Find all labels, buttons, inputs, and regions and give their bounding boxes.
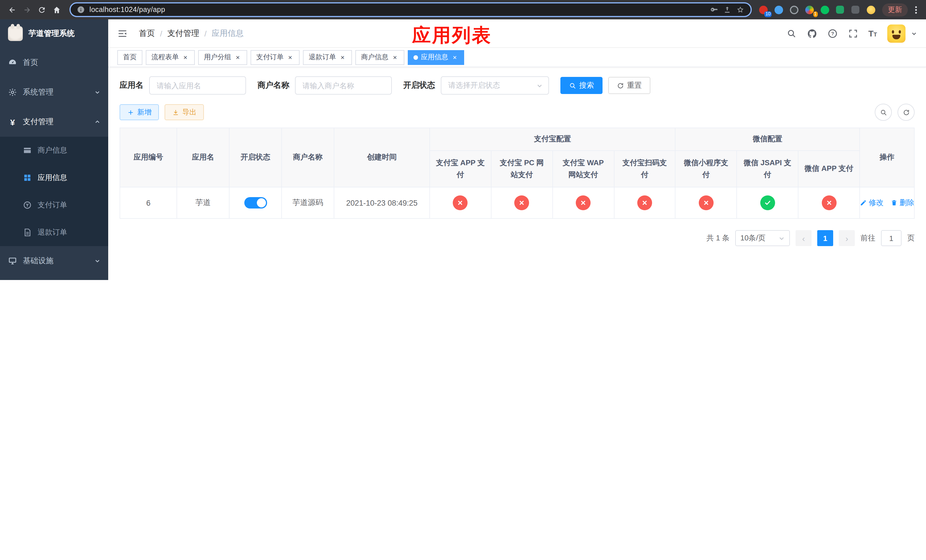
forward-icon[interactable] [20,2,34,17]
export-button[interactable]: 导出 [165,104,204,120]
hamburger-icon[interactable] [117,27,130,39]
tab-merchant-info[interactable]: 商户信息 × [356,50,404,65]
search-button[interactable]: 搜索 [560,77,602,94]
sidebar-item-home[interactable]: 首页 [0,48,108,77]
extension-icon-6[interactable] [834,4,846,15]
url-bar[interactable]: localhost:1024/pay/app [70,2,752,17]
extension-icon-1[interactable]: 10 [757,4,769,15]
next-page-button[interactable]: › [839,230,855,246]
search-icon [569,82,576,89]
alipay-pc-status-error [514,195,530,210]
app-logo-row[interactable]: 芋道管理系统 [0,20,108,48]
url-text[interactable]: localhost:1024/pay/app [89,6,165,14]
breadcrumb-home[interactable]: 首页 [139,28,155,38]
sidebar-item-system[interactable]: 系统管理 [0,77,108,107]
info-icon[interactable] [76,5,85,14]
gear-icon [8,88,17,97]
fullscreen-icon[interactable] [848,28,858,38]
close-icon[interactable]: × [391,53,399,61]
col-status: 开启状态 [229,128,281,187]
sidebar-item-app-info[interactable]: 应用信息 [0,164,108,191]
extension-icon-3[interactable] [788,4,800,15]
close-icon[interactable]: × [286,53,294,61]
check-icon [764,200,771,206]
user-avatar[interactable] [887,24,905,42]
page-content: 应用名 商户名称 开启状态 请选择开启状态 [108,67,926,280]
app-name-input[interactable] [149,76,246,95]
close-icon [703,200,710,206]
search-icon[interactable] [786,28,796,38]
home-icon[interactable] [49,2,64,17]
extension-icon-2[interactable] [773,4,784,15]
col-wx-mini: 微信小程序支付 [675,151,737,187]
delete-button[interactable]: 删除 [890,198,914,208]
add-button[interactable]: 新增 [120,104,159,120]
extension-icon-5[interactable] [819,4,830,15]
browser-update-button[interactable]: 更新 [882,3,908,16]
extension-icon-4[interactable]: 1 [803,4,815,15]
close-icon[interactable]: × [234,53,242,61]
top-navbar: 首页 / 支付管理 / 应用信息 ? [108,20,926,48]
reset-button[interactable]: 重置 [608,77,651,94]
sidebar-item-infrastructure[interactable]: 基础设施 [0,246,108,276]
browser-menu-icon[interactable] [910,6,921,14]
refresh-button[interactable] [897,104,915,121]
col-alipay-qr: 支付宝扫码支付 [614,151,675,187]
share-icon[interactable] [723,5,732,14]
tab-refund-order[interactable]: 退款订单 × [303,50,352,65]
sidebar-item-payment[interactable]: ¥ 支付管理 [0,107,108,137]
font-size-icon[interactable]: TT [868,29,877,38]
back-icon[interactable] [5,2,20,17]
caret-down-icon[interactable] [911,30,917,36]
reload-icon[interactable] [34,2,49,17]
breadcrumb-payment[interactable]: 支付管理 [168,28,199,38]
status-toggle[interactable] [244,197,267,209]
star-icon[interactable] [736,5,745,14]
tab-pay-order[interactable]: 支付订单 × [251,50,300,65]
tab-bar: 首页 流程表单 × 用户分组 × 支付订单 × 退款订单 × [108,48,926,67]
close-icon[interactable]: × [339,53,346,61]
prev-page-button[interactable]: ‹ [796,230,811,246]
chevron-down-icon [536,82,543,89]
goto-page-input[interactable] [881,230,902,246]
sidebar-item-merchant-info[interactable]: 商户信息 [0,137,108,164]
tab-app-info[interactable]: 应用信息 × [408,50,464,65]
toggle-search-button[interactable] [875,104,892,121]
chevron-down-icon [95,89,100,95]
sidebar-item-refund-order[interactable]: 退款订单 [0,219,108,246]
page-1-button[interactable]: 1 [817,230,833,246]
close-icon[interactable]: × [451,53,458,61]
breadcrumb-app-info: 应用信息 [212,28,244,38]
close-icon[interactable]: × [182,53,189,61]
alipay-app-status-error [453,195,468,210]
col-alipay-app: 支付宝 APP 支付 [430,151,491,187]
coin-icon [23,201,32,210]
alipay-qr-status-error [637,195,652,210]
help-icon[interactable]: ? [827,28,837,38]
extension-icon-8[interactable] [865,4,876,15]
page-unit-label: 页 [907,233,915,243]
sidebar-item-payment-order[interactable]: 支付订单 [0,191,108,219]
extension-icon-7[interactable] [850,4,861,15]
sidebar-item-dev-tools[interactable]: 研发工具 [0,276,108,280]
tab-process-form[interactable]: 流程表单 × [146,50,195,65]
close-icon [519,200,525,206]
edit-button[interactable]: 修改 [859,198,884,208]
github-icon[interactable] [807,28,817,38]
status-select[interactable]: 请选择开启状态 [441,76,549,95]
tab-home[interactable]: 首页 [117,50,142,65]
key-icon[interactable] [710,5,719,14]
page-size-select[interactable]: 10条/页 [735,230,790,246]
col-app-name: 应用名 [177,128,229,187]
dashboard-icon [8,58,17,67]
extension-badge: 1 [813,11,818,17]
chevron-down-icon [95,258,100,264]
app-name-label: 应用名 [120,80,144,91]
browser-toolbar: localhost:1024/pay/app 10 1 [0,0,926,20]
col-alipay-wap: 支付宝 WAP 网站支付 [552,151,614,187]
app-title: 芋道管理系统 [29,29,75,39]
yen-icon: ¥ [8,117,17,127]
merchant-name-input[interactable] [295,76,392,95]
tab-user-group[interactable]: 用户分组 × [198,50,247,65]
col-alipay-pc: 支付宝 PC 网站支付 [491,151,553,187]
